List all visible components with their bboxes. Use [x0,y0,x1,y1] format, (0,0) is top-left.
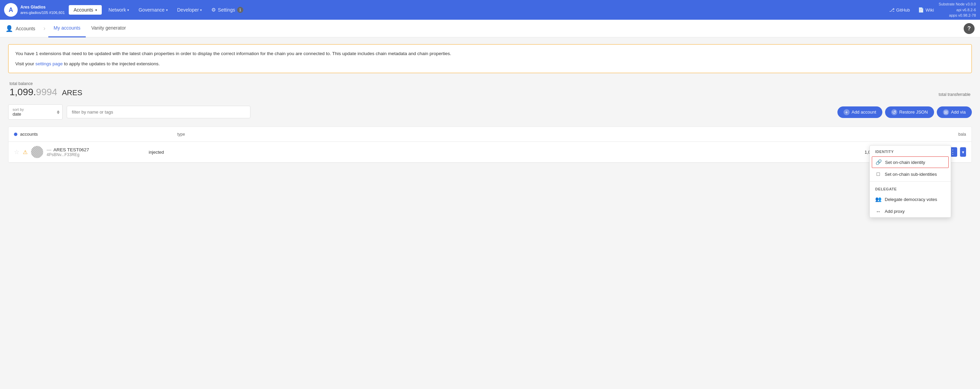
network-label: Network [108,7,126,13]
grid-add-icon: ⊞ [943,109,949,115]
filter-input[interactable] [67,106,250,118]
total-balance-label: total balance [10,81,82,86]
version-line3: apps v0.98.2-78 [939,13,976,18]
version-line1: Substrate Node v3.0.0 [939,2,976,7]
warning-prefix: Visit your [15,61,35,66]
delegate-democracy-item[interactable]: 👥 Delegate democracy votes [870,193,951,205]
arrow-down-icon [57,112,60,114]
sub-nav-accounts-icon: 👤 Accounts [5,25,41,32]
total-balance-section: total balance 1,099.9994 ARES [10,81,82,98]
delegate-democracy-label: Delegate democracy votes [885,197,937,202]
account-balance: 1,099.9994 ARES [234,149,901,155]
restore-json-label: Restore JSON [899,110,928,114]
settings-label: Settings [218,7,235,13]
set-sub-identity-label: Set on-chain sub-identities [885,172,937,177]
transferrable-label: total transferrable [939,92,970,97]
sort-value: date [13,111,50,117]
github-icon: ⎇ [889,7,894,13]
developer-menu-button[interactable]: Developer ▾ [173,5,206,14]
settings-menu-button[interactable]: ⚙ Settings 1 [207,5,247,15]
col-balance-label: bala [245,132,966,137]
warning-box: You have 1 extensions that need to be up… [8,44,972,73]
balance-currency: ARES [62,88,82,97]
warning-message: You have 1 extensions that need to be up… [15,51,451,56]
governance-menu-button[interactable]: Governance ▾ [134,5,172,14]
main-content: You have 1 extensions that need to be up… [0,37,980,170]
delegate-section-label: DELEGATE [870,183,951,193]
transferrable-section: total transferrable [939,92,970,98]
account-address: 4PsBNv...F33REg [47,152,149,157]
sort-selector[interactable]: sort by date [8,105,63,120]
balance-integer: 1,099. [10,87,36,97]
set-onchain-identity-item[interactable]: 🔗 Set on-chain identity [872,156,949,168]
proxy-icon: ↔ [875,208,881,214]
wiki-button[interactable]: 📄 Wiki [915,5,937,14]
sort-arrows-icon [57,110,60,114]
accounts-chevron-icon: ▾ [95,8,97,12]
dropdown-divider [870,181,951,182]
add-account-label: Add account [852,110,876,114]
tab-vanity-generator[interactable]: Vanity generator [86,20,131,37]
table-row: ☆ ⚠ — ARES TEST0627 4PsBNv...F33REg inje… [8,142,972,162]
sub-nav-divider: › [43,25,46,32]
developer-label: Developer [177,7,199,13]
warning-suffix: to apply the updates to the injected ext… [63,61,159,66]
logo-letter: A [9,6,13,14]
brand-name: Ares Gladios [21,5,65,10]
add-proxy-label: Add proxy [885,209,905,214]
plus-icon: + [843,109,850,115]
accounts-nav-button[interactable]: Accounts ▾ [69,5,102,14]
brand-text: Ares Gladios ares-gladios/105 #106,601 [21,5,65,15]
star-icon[interactable]: ☆ [14,148,19,156]
network-menu-button[interactable]: Network ▾ [105,5,133,14]
accounts-nav-label: Accounts [73,7,93,13]
account-name-col: — ARES TEST0627 4PsBNv...F33REg [47,147,149,157]
add-via-button[interactable]: ⊞ Add via [937,106,972,118]
tab-my-accounts[interactable]: My accounts [48,20,86,37]
sub-navigation: 👤 Accounts › My accounts Vanity generato… [0,20,980,37]
add-proxy-item[interactable]: ↔ Add proxy [870,205,951,217]
person-icon: 👤 [5,25,13,32]
wiki-label: Wiki [926,8,934,13]
github-button[interactable]: ⎇ GitHub [886,5,913,14]
filter-row: sort by date + Add account ↺ Restore JSO… [8,105,972,120]
nav-right-links: ⎇ GitHub 📄 Wiki Substrate Node v3.0.0 ap… [886,2,976,18]
warning-icon: ⚠ [23,149,27,156]
dash-icon: — [47,147,51,152]
accounts-table: accounts type bala ☆ ⚠ — ARES TEST0627 4… [8,127,972,163]
action-buttons: + Add account ↺ Restore JSON ⊞ Add via [837,106,972,118]
brand-section: A Ares Gladios ares-gladios/105 #106,601 [4,3,65,17]
sub-accounts-label: Accounts [16,26,35,31]
brand-logo: A [4,3,18,17]
dot-blue-icon [14,133,18,136]
set-identity-label: Set on-chain identity [885,160,925,165]
github-label: GitHub [896,8,910,13]
arrow-up-icon [57,110,60,112]
governance-chevron-icon: ▾ [166,8,168,12]
settings-link-text: settings page [35,61,63,66]
col-type-label: type [177,132,245,137]
governance-label: Governance [138,7,164,13]
brand-sub: ares-gladios/105 #106,601 [21,10,65,15]
top-navigation: A Ares Gladios ares-gladios/105 #106,601… [0,0,980,20]
help-button[interactable]: ? [964,23,975,34]
link-icon: 🔗 [875,159,882,165]
table-header-row: accounts type bala [8,127,972,142]
account-name-text: ARES TEST0627 [53,147,89,152]
add-via-label: Add via [951,110,966,114]
settings-badge: 1 [237,7,243,13]
warning-text-2: Visit your settings page to apply the up… [15,60,965,68]
version-info: Substrate Node v3.0.0 api v6.8.2-6 apps … [939,2,976,18]
set-onchain-sub-identities-item[interactable]: ☐ Set on-chain sub-identities [870,169,951,180]
add-account-button[interactable]: + Add account [837,106,882,118]
sub-identity-icon: ☐ [875,172,881,177]
more-caret-button[interactable]: ▾ [960,147,966,157]
context-dropdown-menu: IDENTITY 🔗 Set on-chain identity ☐ Set o… [869,145,951,218]
col-accounts-label: accounts [20,132,38,137]
network-chevron-icon: ▾ [127,8,129,12]
people-icon: 👥 [875,196,881,202]
tab-vanity-label: Vanity generator [91,25,126,30]
restore-json-button[interactable]: ↺ Restore JSON [885,106,934,118]
settings-page-link[interactable]: settings page [35,61,63,66]
gear-icon: ⚙ [211,7,216,13]
